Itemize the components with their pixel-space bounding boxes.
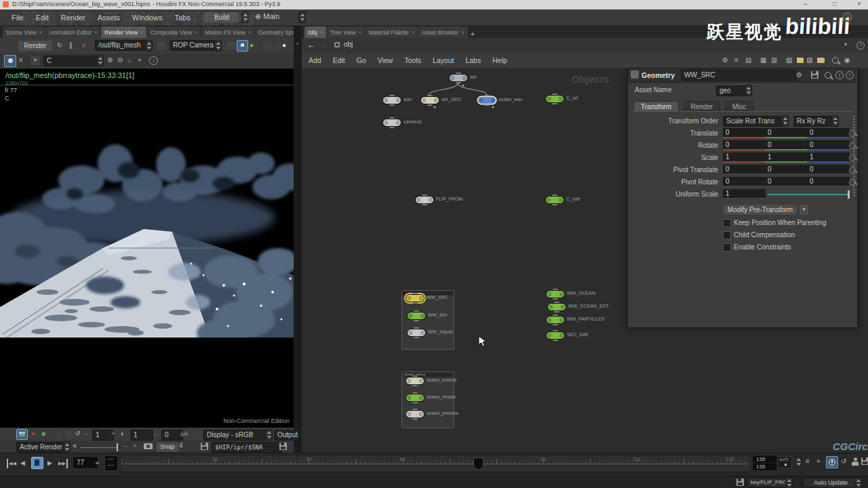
search-icon[interactable] [832, 57, 839, 64]
current-frame-field[interactable]: 77 [73, 457, 98, 468]
translate-y-field[interactable]: 0 [765, 128, 808, 138]
zoom-out-icon[interactable]: ⊖ [117, 56, 123, 65]
color-palette-icon[interactable]: ◉ [844, 56, 850, 65]
network-path[interactable]: obj [344, 40, 353, 49]
tab-animation-editor[interactable]: Animation Editor× [46, 26, 100, 38]
reset-gamma-icon[interactable]: ↺ [75, 429, 80, 439]
snapshot-path-field[interactable]: $HIP/ipr/$SNA [212, 442, 282, 453]
tree-list-icon[interactable]: ≡ [734, 56, 738, 65]
asset-name-spinner[interactable] [745, 85, 752, 96]
camera-spinner[interactable] [214, 40, 222, 52]
cache-path-spinner[interactable] [785, 477, 793, 488]
pane-options-icon[interactable]: ▾ [844, 40, 847, 49]
node-ww-import[interactable]: WW_import [408, 329, 425, 336]
key-spinner[interactable] [795, 456, 802, 468]
active-render-field[interactable]: Active Render [16, 442, 68, 453]
columns-icon[interactable]: ▥ [771, 56, 777, 65]
net-menu-go[interactable]: Go [357, 56, 366, 64]
node-set[interactable]: set [450, 75, 467, 81]
net-menu-add[interactable]: Add [309, 56, 321, 64]
pane-help-icon[interactable]: ? [856, 41, 865, 49]
close-icon[interactable]: × [462, 27, 465, 38]
net-menu-tools[interactable]: Tools [404, 56, 421, 64]
tab-transform[interactable]: Transform [633, 101, 679, 112]
gamma-plus[interactable]: + [111, 429, 115, 439]
cache-path-field[interactable]: key/FLIP_FRO... [747, 478, 789, 487]
pane-divider[interactable]: ◂ [294, 26, 302, 453]
slider-left-icon[interactable]: ◀ [72, 441, 76, 451]
transform-order-spinner[interactable] [781, 115, 789, 127]
tab-geometry-spreadsheet[interactable]: Geometry Spreads...× [255, 26, 296, 38]
scale-y-field[interactable]: 1 [765, 152, 808, 163]
display-colorspace-spinner[interactable] [265, 429, 273, 441]
menu-render[interactable]: Render [55, 14, 92, 22]
tab-render[interactable]: Render [684, 101, 721, 112]
node-ww-src[interactable]: WW_SRC [406, 295, 424, 302]
gear-icon[interactable]: ⚙ [796, 70, 802, 80]
rop-path-spinner[interactable] [145, 40, 153, 52]
node-camera[interactable]: camera1 [383, 119, 401, 126]
info-icon[interactable]: i [149, 56, 158, 65]
material-sphere-icon[interactable]: ● [250, 41, 254, 50]
tab-misc[interactable]: Misc [725, 101, 754, 112]
maximize-button[interactable]: □ [833, 1, 836, 7]
uniform-scale-handle[interactable] [848, 190, 850, 199]
back-icon[interactable]: ← [307, 40, 315, 49]
render-viewport[interactable]: /out/flip_mesh(pbrraytrace)-15:33:31[1] … [0, 68, 294, 428]
uniform-scale-slider[interactable] [768, 194, 849, 195]
playback-mode-icon[interactable]: ≡ [806, 457, 810, 466]
auto-update-field[interactable]: Auto Update [803, 478, 859, 488]
desktop-build-button[interactable]: Build [203, 12, 240, 23]
minimize-button[interactable]: – [804, 0, 808, 7]
range-end-field-bottom[interactable]: 135 [753, 463, 777, 470]
node-c-soft[interactable]: C_soft [546, 197, 564, 203]
rotate-x-field[interactable]: 0 [723, 140, 766, 150]
background-toggle-icon[interactable]: ● [282, 41, 286, 50]
node-wav[interactable]: wav [383, 97, 401, 104]
node-ww-sim[interactable]: WW_sim [408, 312, 425, 319]
node-name-field[interactable]: WW_SRC [681, 70, 796, 81]
save-snapshot-icon2[interactable] [279, 443, 287, 450]
playback-range-box[interactable] [104, 455, 118, 471]
tab-material-palette[interactable]: Material Palette× [366, 26, 418, 38]
exposure-field[interactable]: 1 [130, 430, 153, 441]
node-flip-from[interactable]: FLIP_FROM [416, 197, 433, 203]
save-anim-icon[interactable] [861, 458, 868, 465]
tab-motion-fx-view[interactable]: Motion FX View× [201, 26, 254, 38]
net-menu-labs[interactable]: Labs [465, 56, 481, 64]
desktop-spinner[interactable] [241, 12, 249, 23]
node-ocean-render[interactable]: ocean_render [406, 394, 424, 401]
snap-grid-icon[interactable]: ▧ [786, 56, 792, 65]
close-icon[interactable]: × [140, 27, 143, 38]
modify-pre-transform-button[interactable]: Modify Pre-Transform [723, 204, 797, 216]
render-viewport-icon[interactable] [156, 41, 167, 51]
stop-playback-button[interactable] [31, 457, 43, 469]
close-icon[interactable]: × [94, 27, 97, 38]
title-bar[interactable]: D:/ShipFoam/scenes/Ocean_big_wave_v001.h… [0, 0, 868, 9]
shelf-spinner[interactable] [298, 12, 306, 23]
net-menu-view[interactable]: View [378, 56, 393, 64]
shelf-main-selector[interactable]: ⊕ Main [255, 12, 279, 21]
transform-order-field[interactable]: Scale Rot Trans [723, 116, 785, 127]
pane-collapse-icon[interactable]: ◂ [296, 41, 298, 46]
timeline-ruler[interactable]: 21 41 61 91 111 131 [121, 455, 750, 472]
pre-transform-menu-icon[interactable]: ▾ [799, 204, 809, 216]
param-scrollbar[interactable] [853, 116, 855, 197]
node-ocean-preview[interactable]: ocean_preview [406, 411, 424, 418]
loop-icon[interactable]: ↺ [841, 457, 846, 466]
tab-scene-view[interactable]: Scene View× [3, 26, 45, 38]
display-colorspace-field[interactable]: Display - sRGB [203, 430, 270, 441]
auto-key-icon[interactable]: AUTO ▲ [777, 456, 792, 468]
rotate-z-field[interactable]: 0 [807, 140, 850, 150]
keep-position-checkbox[interactable] [723, 219, 731, 227]
rotate-order-spinner[interactable] [831, 115, 839, 127]
display-plane-spinner[interactable] [96, 55, 104, 66]
image-view-icon[interactable] [16, 429, 28, 440]
pivot-rotate-z-field[interactable]: 0 [807, 177, 850, 186]
history-slider-handle[interactable] [117, 443, 118, 451]
close-icon[interactable]: × [320, 27, 323, 38]
help-icon[interactable]: ? [843, 13, 852, 22]
uniform-scale-field[interactable]: 1 [723, 189, 766, 199]
menu-file[interactable]: File [5, 14, 30, 22]
pan-icon[interactable]: + [138, 56, 142, 65]
